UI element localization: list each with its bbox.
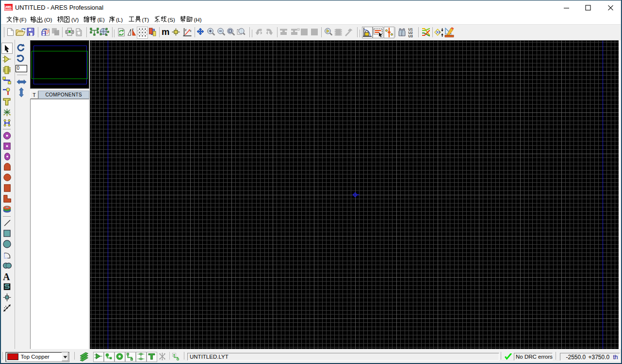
svg-text:(V): (V) [71,17,79,23]
svg-text:U3: U3 [409,34,413,38]
svg-text:(O): (O) [44,17,52,23]
svg-text:ARES: ARES [5,5,12,8]
svg-text:(E): (E) [98,17,105,23]
svg-text:(L): (L) [116,17,123,23]
svg-text:(T): (T) [142,17,149,23]
svg-text:(F): (F) [19,17,27,23]
svg-text:F: F [132,28,134,31]
svg-text:(H): (H) [194,17,201,23]
svg-text:z: z [185,28,187,32]
svg-text:(S): (S) [167,17,175,23]
svg-text:x: x [190,29,192,32]
